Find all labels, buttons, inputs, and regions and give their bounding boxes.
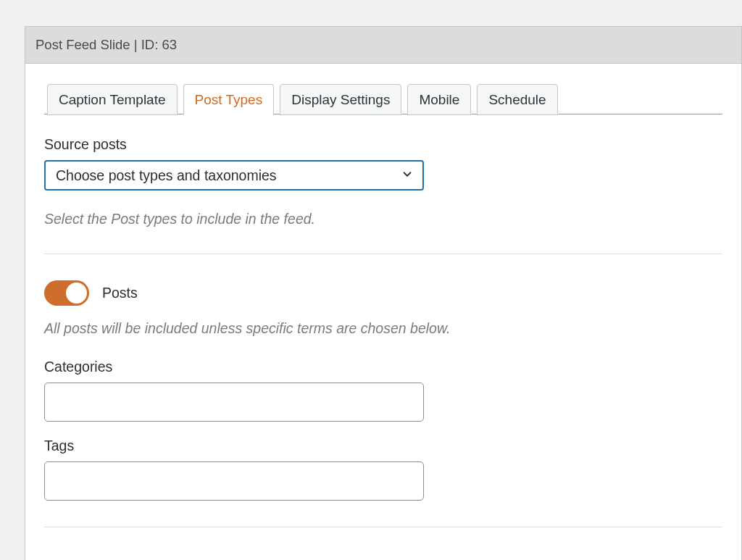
posts-toggle-label: Posts <box>102 285 138 301</box>
source-posts-select[interactable]: Choose post types and taxonomies <box>44 160 424 191</box>
source-posts-label: Source posts <box>44 136 722 153</box>
posts-toggle-row: Posts <box>44 280 722 306</box>
tab-display-settings[interactable]: Display Settings <box>280 84 401 115</box>
tags-field: Tags <box>44 438 722 501</box>
categories-field: Categories <box>44 359 722 422</box>
tags-input[interactable] <box>44 461 424 501</box>
post-feed-slide-panel: Post Feed Slide | ID: 63 Caption Templat… <box>25 26 742 560</box>
source-posts-select-wrapper: Choose post types and taxonomies <box>44 160 424 191</box>
panel-title: Post Feed Slide | ID: 63 <box>25 27 741 64</box>
source-posts-field: Source posts Choose post types and taxon… <box>44 136 722 227</box>
categories-input[interactable] <box>44 383 424 422</box>
tab-mobile[interactable]: Mobile <box>407 84 471 115</box>
tabs: Caption Template Post Types Display Sett… <box>44 84 722 114</box>
tab-caption-template[interactable]: Caption Template <box>47 84 178 115</box>
posts-toggle[interactable] <box>44 280 89 306</box>
panel-body: Caption Template Post Types Display Sett… <box>25 64 741 560</box>
categories-label: Categories <box>44 359 722 375</box>
posts-toggle-helper: All posts will be included unless specif… <box>44 320 722 337</box>
tags-label: Tags <box>44 438 722 454</box>
divider <box>44 254 722 254</box>
toggle-knob <box>66 283 87 304</box>
tab-post-types[interactable]: Post Types <box>183 84 275 115</box>
source-posts-selected-text: Choose post types and taxonomies <box>56 167 277 184</box>
source-posts-helper: Select the Post types to include in the … <box>44 211 722 227</box>
divider-bottom <box>44 527 722 527</box>
tab-schedule[interactable]: Schedule <box>477 84 557 115</box>
